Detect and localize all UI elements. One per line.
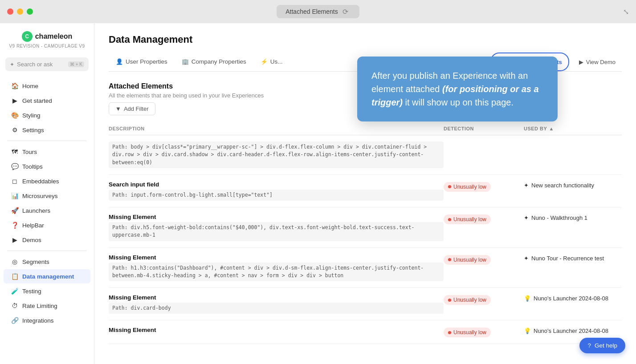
used-by-icon-4: ✦ bbox=[524, 255, 529, 262]
badge-dot-2 bbox=[448, 185, 451, 188]
view-demo-button[interactable]: ▶ View Demo bbox=[573, 55, 622, 69]
badge-dot-4 bbox=[448, 258, 451, 261]
detection-badge-4: Unusually low bbox=[444, 255, 491, 265]
brand-logo: C chameleon bbox=[22, 31, 73, 42]
add-filter-label: Add Filter bbox=[124, 105, 149, 112]
row-title-2: Search input field bbox=[109, 181, 444, 188]
table-row: Missing Element Unusually low 💡 Nuno's L… bbox=[109, 320, 622, 344]
page-title: Data Management bbox=[109, 34, 622, 45]
nav-label-settings: Settings bbox=[22, 127, 44, 133]
nav-label-integrations: Integrations bbox=[22, 317, 54, 324]
cell-detection-3: Unusually low bbox=[444, 214, 524, 224]
used-by-item-6: 💡 Nuno's Launcher 2024-08-08 bbox=[524, 328, 622, 334]
sort-icon[interactable]: ▲ bbox=[549, 126, 554, 131]
tab-company-properties-label: Company Properties bbox=[192, 58, 246, 65]
col-description: DESCRIPTION bbox=[109, 126, 444, 131]
col-detection: DETECTION bbox=[444, 126, 524, 131]
nav-label-get-started: Get started bbox=[22, 97, 52, 104]
tooltip-text-after: it will show up on this page. bbox=[403, 97, 514, 107]
used-by-label-3: Nuno - Walkthrough 1 bbox=[531, 214, 587, 221]
sidebar-item-segments[interactable]: ◎ Segments bbox=[4, 255, 90, 269]
nav-label-tooltips: Tooltips bbox=[22, 163, 43, 170]
sidebar-item-tours[interactable]: 🗺 Tours bbox=[4, 145, 90, 159]
demos-icon: ▶ bbox=[11, 236, 19, 243]
view-demo-label: View Demo bbox=[586, 59, 616, 65]
sidebar-item-data-management[interactable]: 📋 Data management bbox=[4, 269, 90, 283]
badge-label-4: Unusually low bbox=[453, 257, 486, 263]
tooltips-icon: 💬 bbox=[11, 163, 19, 170]
badge-label-6: Unusually low bbox=[453, 329, 486, 336]
search-bar[interactable]: ✦ Search or ask ⌘ + K bbox=[5, 57, 89, 71]
sidebar-item-styling[interactable]: 🎨 Styling bbox=[4, 108, 90, 122]
used-by-item-5: 💡 Nuno's Launcher 2024-08-08 bbox=[524, 295, 622, 302]
used-by-label-2: New search functionality bbox=[531, 182, 594, 189]
tooltip-popup: After you publish an Experience with an … bbox=[357, 57, 558, 121]
search-placeholder: Search or ask bbox=[17, 61, 65, 68]
expand-icon[interactable]: ⤡ bbox=[623, 8, 629, 16]
table-row: Search input field Path: input.form-cont… bbox=[109, 175, 622, 207]
sidebar-item-home[interactable]: 🏠 Home bbox=[4, 79, 90, 93]
badge-dot-3 bbox=[448, 218, 451, 221]
nav-label-segments: Segments bbox=[22, 259, 49, 265]
search-icon: ✦ bbox=[10, 61, 14, 68]
sidebar-item-microsurveys[interactable]: 📊 Microsurveys bbox=[4, 189, 90, 203]
address-bar[interactable]: Attached Elements ⟳ bbox=[277, 5, 359, 18]
cell-used-by-1 bbox=[524, 142, 622, 142]
company-properties-tab-icon: 🏢 bbox=[182, 58, 189, 65]
sidebar: C chameleon V9 REVISION - CAMOUFLAGE V9 … bbox=[0, 23, 94, 364]
sidebar-item-helpbar[interactable]: ❓ HelpBar bbox=[4, 218, 90, 232]
cell-description-2: Search input field Path: input.form-cont… bbox=[109, 181, 444, 201]
detection-badge-2: Unusually low bbox=[444, 182, 491, 192]
maximize-button[interactable] bbox=[27, 8, 33, 15]
microsurveys-icon: 📊 bbox=[11, 192, 19, 199]
badge-label-3: Unusually low bbox=[453, 216, 486, 222]
sidebar-item-rate-limiting[interactable]: ⏱ Rate Limiting bbox=[4, 299, 90, 313]
nav-label-testing: Testing bbox=[22, 288, 41, 295]
sidebar-item-launchers[interactable]: 🚀 Launchers bbox=[4, 203, 90, 218]
traffic-lights bbox=[7, 8, 33, 15]
table-row: Path: body > div[class*="primary__wrappe… bbox=[109, 135, 622, 175]
tab-user-events[interactable]: ⚡ Us... bbox=[253, 54, 290, 70]
sidebar-item-settings[interactable]: ⚙ Settings bbox=[4, 123, 90, 137]
nav-divider-2 bbox=[7, 251, 87, 251]
minimize-button[interactable] bbox=[17, 8, 23, 15]
badge-dot-5 bbox=[448, 299, 451, 302]
path-value-1: Path: body > div[class*="primary__wrappe… bbox=[109, 142, 444, 168]
embeddables-icon: ◻ bbox=[11, 178, 19, 185]
sidebar-item-get-started[interactable]: ▶ Get started bbox=[4, 93, 90, 108]
detection-badge-5: Unusually low bbox=[444, 295, 491, 305]
filter-icon: ▼ bbox=[115, 105, 121, 112]
badge-label-5: Unusually low bbox=[453, 297, 486, 303]
badge-dot-6 bbox=[448, 331, 451, 334]
user-properties-tab-icon: 👤 bbox=[116, 58, 123, 65]
used-by-item-2: ✦ New search functionality bbox=[524, 182, 622, 189]
main-layout: C chameleon V9 REVISION - CAMOUFLAGE V9 … bbox=[0, 23, 636, 364]
sidebar-item-integrations[interactable]: 🔗 Integrations bbox=[4, 313, 90, 328]
path-value-3: Path: div.h5.font-weight-bold:contains("… bbox=[109, 222, 444, 241]
nav-label-styling: Styling bbox=[22, 112, 41, 119]
cell-detection-5: Unusually low bbox=[444, 294, 524, 305]
sidebar-item-testing[interactable]: 🧪 Testing bbox=[4, 284, 90, 298]
sidebar-item-embeddables[interactable]: ◻ Embeddables bbox=[4, 174, 90, 188]
used-by-icon-5: 💡 bbox=[524, 295, 531, 302]
path-value-2: Path: input.form-control.bg-light.small[… bbox=[109, 190, 444, 201]
nav-label-data-management: Data management bbox=[22, 273, 74, 280]
row-title-4: Missing Element bbox=[109, 254, 444, 261]
cell-used-by-6: 💡 Nuno's Launcher 2024-08-08 bbox=[524, 327, 622, 334]
get-help-button[interactable]: ? Get help bbox=[579, 338, 625, 353]
refresh-icon[interactable]: ⟳ bbox=[342, 8, 351, 16]
integrations-icon: 🔗 bbox=[11, 317, 19, 324]
nav-label-tours: Tours bbox=[22, 149, 37, 155]
nav-label-demos: Demos bbox=[22, 237, 41, 243]
cell-description-5: Missing Element Path: div.card-body bbox=[109, 294, 444, 314]
close-button[interactable] bbox=[7, 8, 13, 15]
content-area: Data Management 👤 User Properties 🏢 Comp… bbox=[94, 23, 636, 364]
tab-user-properties[interactable]: 👤 User Properties bbox=[109, 54, 175, 70]
nav-label-rate-limiting: Rate Limiting bbox=[22, 303, 57, 309]
tab-company-properties[interactable]: 🏢 Company Properties bbox=[175, 54, 253, 70]
sidebar-item-demos[interactable]: ▶ Demos bbox=[4, 233, 90, 247]
nav-label-microsurveys: Microsurveys bbox=[22, 193, 58, 199]
used-by-icon-2: ✦ bbox=[524, 182, 529, 189]
add-filter-button[interactable]: ▼ Add Filter bbox=[109, 102, 155, 115]
sidebar-item-tooltips[interactable]: 💬 Tooltips bbox=[4, 159, 90, 174]
